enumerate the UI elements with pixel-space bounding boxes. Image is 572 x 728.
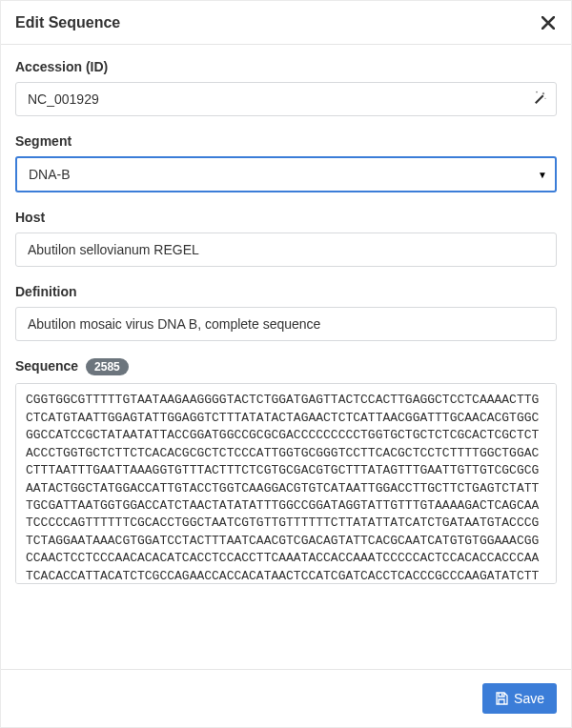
segment-group: Segment DNA-B ▼ bbox=[15, 133, 557, 192]
host-label: Host bbox=[15, 210, 557, 225]
close-icon bbox=[541, 16, 555, 30]
modal-title: Edit Sequence bbox=[15, 14, 120, 31]
sequence-label-text: Sequence bbox=[15, 358, 78, 374]
sequence-label: Sequence 2585 bbox=[15, 358, 557, 375]
sequence-count-badge: 2585 bbox=[86, 358, 129, 375]
accession-group: Accession (ID) bbox=[15, 59, 557, 116]
definition-group: Definition bbox=[15, 284, 557, 341]
definition-label: Definition bbox=[15, 284, 557, 299]
modal-body: Accession (ID) Segment DNA-B bbox=[1, 45, 571, 669]
save-button[interactable]: Save bbox=[482, 683, 557, 714]
accession-label: Accession (ID) bbox=[15, 59, 557, 74]
close-button[interactable] bbox=[540, 14, 557, 31]
host-input[interactable] bbox=[15, 233, 557, 267]
definition-input[interactable] bbox=[15, 307, 557, 341]
svg-rect-0 bbox=[501, 694, 503, 696]
accession-input[interactable] bbox=[15, 82, 557, 116]
magic-wand-icon[interactable] bbox=[532, 91, 547, 109]
segment-label: Segment bbox=[15, 133, 557, 149]
save-icon bbox=[495, 692, 508, 705]
sequence-textarea[interactable] bbox=[15, 383, 557, 584]
edit-sequence-modal: Edit Sequence Accession (ID) bbox=[0, 0, 572, 728]
host-group: Host bbox=[15, 210, 557, 267]
segment-select-wrapper: DNA-B ▼ bbox=[15, 156, 557, 192]
segment-select[interactable]: DNA-B bbox=[15, 156, 557, 192]
accession-input-wrapper bbox=[15, 82, 557, 116]
modal-header: Edit Sequence bbox=[1, 1, 571, 45]
modal-footer: Save bbox=[1, 669, 571, 727]
save-button-label: Save bbox=[514, 691, 544, 706]
sequence-group: Sequence 2585 bbox=[15, 358, 557, 587]
